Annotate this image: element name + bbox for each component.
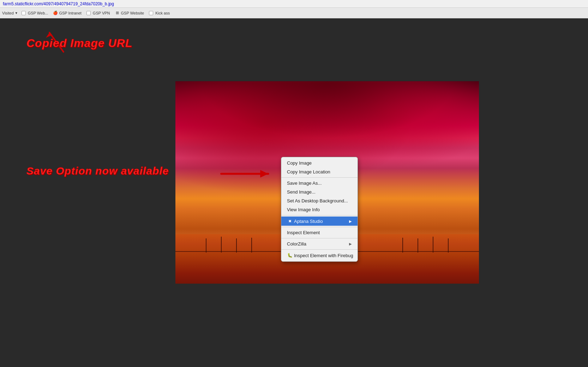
menu-item-firebug-label: Inspect Element with Firebug	[294, 253, 353, 258]
menu-item-set-desktop-label: Set As Desktop Background...	[287, 198, 352, 203]
menu-item-colorzilla-label: ColorZilla	[287, 241, 349, 247]
pier-post	[221, 237, 222, 253]
svg-marker-3	[260, 170, 268, 177]
bookmark-gsp-vpn[interactable]: GSP VPN	[85, 10, 112, 16]
bookmark-checkbox	[86, 11, 91, 15]
menu-item-send-image[interactable]: Send Image...	[281, 188, 358, 196]
menu-item-aptana-label: Aptana Studio	[294, 219, 323, 224]
address-bar: farm5.staticflickr.com/4097/4940794719_2…	[0, 0, 588, 8]
bookmarks-bar: Visited ▼ GSP Web... 🍎 GSP Intranet GSP …	[0, 8, 588, 18]
bookmark-label: GSP Website	[121, 11, 144, 15]
menu-item-aptana-studio[interactable]: ✖ Aptana Studio ▶	[281, 217, 358, 226]
aptana-submenu-arrow: ▶	[349, 219, 352, 223]
main-content: Copied Image URL Save Option now availab…	[0, 18, 588, 367]
pier-post-right	[418, 238, 418, 253]
visited-label: Visited	[2, 11, 14, 15]
menu-separator-3	[281, 227, 358, 227]
menu-item-copy-image-location-label: Copy Image Location	[287, 169, 352, 174]
arrow-save	[219, 167, 275, 182]
menu-item-copy-image-location[interactable]: Copy Image Location	[281, 167, 358, 176]
bookmark-checkbox	[22, 11, 26, 15]
annotation-copied-url-text: Copied Image URL	[26, 37, 132, 49]
menu-item-view-image-info[interactable]: View Image Info	[281, 205, 358, 214]
menu-item-set-desktop[interactable]: Set As Desktop Background...	[281, 196, 358, 205]
url-path: 4097/4940794719_24fda7020b_b.jpg	[43, 1, 114, 6]
menu-separator-1	[281, 177, 358, 178]
aptana-icon: ✖	[287, 218, 293, 224]
annotation-save-option: Save Option now available	[26, 165, 169, 177]
apple-icon: 🍎	[53, 11, 58, 16]
bookmark-gsp-web[interactable]: GSP Web...	[20, 10, 50, 16]
menu-item-view-image-info-label: View Image Info	[287, 207, 352, 212]
grid-icon: ⊞	[115, 11, 120, 16]
bookmark-gsp-website[interactable]: ⊞ GSP Website	[114, 10, 146, 16]
bookmark-label: GSP Web...	[28, 11, 48, 15]
menu-item-send-image-label: Send Image...	[287, 189, 352, 195]
bookmark-gsp-intranet[interactable]: 🍎 GSP Intranet	[52, 10, 83, 16]
firebug-icon: 🐛	[287, 253, 293, 258]
pier-post-right	[402, 238, 403, 253]
menu-item-aptana-row: ✖ Aptana Studio	[287, 218, 323, 224]
menu-item-copy-image[interactable]: Copy Image	[281, 159, 358, 167]
visited-dropdown[interactable]: Visited ▼	[2, 11, 18, 15]
menu-item-save-image-as-label: Save Image As...	[287, 180, 352, 186]
menu-item-inspect-element-label: Inspect Element	[287, 230, 352, 235]
annotation-copied-url: Copied Image URL	[26, 37, 132, 50]
bookmark-checkbox	[149, 11, 153, 15]
bookmark-label: GSP Intranet	[59, 11, 81, 15]
context-menu: Copy Image Copy Image Location Save Imag…	[281, 157, 358, 262]
url-prefix: farm5.staticflickr.com/	[3, 1, 43, 6]
annotation-save-text: Save Option now available	[26, 165, 169, 177]
pier-post	[251, 238, 252, 253]
menu-separator-4	[281, 238, 358, 238]
menu-item-save-image-as[interactable]: Save Image As...	[281, 179, 358, 188]
menu-separator-5	[281, 249, 358, 250]
bookmark-kick-ass[interactable]: Kick ass	[148, 10, 171, 16]
bookmark-label: Kick ass	[155, 11, 170, 15]
menu-item-firebug-row: 🐛 Inspect Element with Firebug	[287, 253, 353, 258]
menu-item-colorzilla[interactable]: ColorZilla ▶	[281, 239, 358, 248]
url-display[interactable]: farm5.staticflickr.com/4097/4940794719_2…	[3, 1, 114, 6]
pier-post-right	[433, 237, 433, 253]
menu-item-inspect-firebug[interactable]: 🐛 Inspect Element with Firebug	[281, 251, 358, 260]
pier-post	[206, 238, 206, 253]
colorzilla-submenu-arrow: ▶	[349, 242, 352, 246]
visited-chevron: ▼	[15, 11, 18, 15]
menu-separator-2	[281, 215, 358, 215]
pier-post	[236, 238, 237, 253]
menu-item-copy-image-label: Copy Image	[287, 160, 352, 166]
menu-item-inspect-element[interactable]: Inspect Element	[281, 228, 358, 237]
pier-post-right	[448, 238, 449, 253]
bookmark-label: GSP VPN	[93, 11, 110, 15]
